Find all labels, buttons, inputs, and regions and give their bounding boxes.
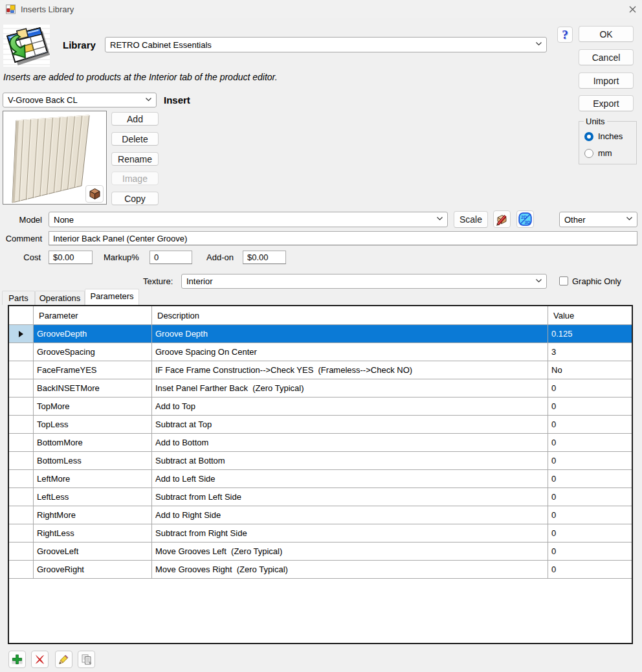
cell-parameter[interactable]: LeftMore (34, 470, 152, 488)
tab-parameters[interactable]: Parameters (85, 289, 139, 305)
cell-value[interactable]: 0 (548, 379, 632, 398)
copy-parameter-button[interactable] (78, 651, 95, 668)
cell-value[interactable]: 0 (548, 416, 632, 434)
table-row[interactable]: GrooveSpacingGroove Spacing On Center3 (9, 343, 632, 361)
table-row[interactable]: LeftMoreAdd to Left Side0 (9, 470, 632, 488)
row-header-cell[interactable] (9, 416, 34, 434)
cell-description[interactable]: Groove Spacing On Center (152, 343, 548, 361)
row-header-cell[interactable] (9, 434, 34, 452)
cell-parameter[interactable]: BottomLess (34, 452, 152, 470)
comment-input[interactable]: Interior Back Panel (Center Groove) (49, 231, 637, 245)
table-row[interactable]: BackINSETMoreInset Panel Farther Back (Z… (9, 379, 632, 398)
cell-value[interactable]: 0 (548, 488, 632, 506)
cell-parameter[interactable]: RightLess (34, 524, 152, 543)
graphic-only-checkbox[interactable] (559, 276, 568, 286)
row-header-cell[interactable] (9, 524, 34, 543)
cell-description[interactable]: Add to Right Side (152, 506, 548, 524)
add-parameter-button[interactable] (8, 651, 26, 668)
copy-button[interactable]: Copy (111, 192, 159, 205)
library-combobox[interactable]: RETRO Cabinet Essentials (105, 37, 547, 52)
texture-combobox[interactable]: Interior (181, 274, 547, 289)
cell-parameter[interactable]: TopMore (34, 398, 152, 416)
table-row[interactable]: TopLessSubtract at Top0 (9, 416, 632, 434)
edit-parameter-button[interactable] (55, 651, 72, 668)
row-header-cell[interactable] (9, 343, 34, 361)
column-header-value[interactable]: Value (548, 306, 632, 325)
table-row[interactable]: LeftLessSubtract from Left Side0 (9, 488, 632, 506)
image-button[interactable]: Image (111, 172, 159, 185)
category-combobox[interactable]: Other (559, 212, 637, 227)
model-combobox[interactable]: None (49, 212, 448, 227)
table-row[interactable]: BottomMoreAdd to Bottom0 (9, 434, 632, 452)
row-header-cell[interactable] (9, 452, 34, 470)
close-button[interactable] (625, 2, 640, 16)
units-inches-radio[interactable]: Inches (584, 131, 623, 141)
cell-value[interactable]: 0 (548, 452, 632, 470)
cell-parameter[interactable]: GrooveDepth (34, 325, 152, 343)
table-row[interactable]: RightMoreAdd to Right Side0 (9, 506, 632, 524)
model-edit-button[interactable] (493, 210, 511, 228)
cell-description[interactable]: Subtract at Bottom (152, 452, 548, 470)
view-2d3d-toggle-button[interactable]: 2D 3D (516, 210, 534, 228)
cell-description[interactable]: Groove Depth (152, 325, 548, 343)
cell-description[interactable]: Subtract from Right Side (152, 524, 548, 543)
row-header-cell[interactable] (9, 470, 34, 488)
table-row[interactable]: BottomLessSubtract at Bottom0 (9, 452, 632, 470)
cell-value[interactable]: 0 (548, 470, 632, 488)
cell-parameter[interactable]: LeftLess (34, 488, 152, 506)
export-button[interactable]: Export (579, 95, 634, 111)
column-header-description[interactable]: Description (152, 306, 548, 325)
cell-value[interactable]: 0.125 (548, 325, 632, 343)
table-row[interactable]: FaceFrameYESIF Face Frame Construction--… (9, 361, 632, 379)
cell-value[interactable]: 0 (548, 543, 632, 561)
delete-parameter-button[interactable] (31, 651, 49, 668)
cell-value[interactable]: 0 (548, 506, 632, 524)
scale-button[interactable]: Scale (454, 211, 488, 228)
row-header-cell[interactable] (9, 543, 34, 561)
units-mm-radio[interactable]: mm (584, 148, 612, 158)
cell-description[interactable]: Add to Bottom (152, 434, 548, 452)
delete-button[interactable]: Delete (111, 132, 159, 146)
cell-parameter[interactable]: GrooveRight (34, 561, 152, 579)
table-row[interactable]: TopMoreAdd to Top0 (9, 398, 632, 416)
cell-parameter[interactable]: BackINSETMore (34, 379, 152, 398)
cell-value[interactable]: 0 (548, 398, 632, 416)
cell-value[interactable]: No (548, 361, 632, 379)
cell-description[interactable]: Move Grooves Left (Zero Typical) (152, 543, 548, 561)
table-row[interactable]: GrooveLeftMove Grooves Left (Zero Typica… (9, 543, 632, 561)
cell-parameter[interactable]: FaceFrameYES (34, 361, 152, 379)
cost-input[interactable]: $0.00 (49, 251, 93, 264)
cancel-button[interactable]: Cancel (579, 49, 634, 65)
cell-parameter[interactable]: BottomMore (34, 434, 152, 452)
view-3d-cube-button[interactable] (85, 185, 104, 203)
row-header-cell[interactable] (9, 506, 34, 524)
column-header-parameter[interactable]: Parameter (34, 306, 152, 325)
row-header-cell[interactable] (9, 561, 34, 579)
rename-button[interactable]: Rename (111, 152, 159, 166)
row-header-cell[interactable] (9, 325, 34, 343)
cell-value[interactable]: 0 (548, 434, 632, 452)
cell-value[interactable]: 0 (548, 561, 632, 579)
addon-input[interactable]: $0.00 (243, 251, 286, 264)
row-header-cell[interactable] (9, 488, 34, 506)
cell-parameter[interactable]: GrooveSpacing (34, 343, 152, 361)
cell-description[interactable]: IF Face Frame Construction-->Check YES (… (152, 361, 548, 379)
row-header-cell[interactable] (9, 361, 34, 379)
add-button[interactable]: Add (111, 112, 159, 126)
tab-operations[interactable]: Operations (35, 291, 85, 305)
cell-value[interactable]: 3 (548, 343, 632, 361)
help-button[interactable]: ? (557, 27, 573, 43)
cell-description[interactable]: Inset Panel Farther Back (Zero Typical) (152, 379, 548, 398)
cell-value[interactable]: 0 (548, 524, 632, 543)
table-row[interactable]: GrooveDepthGroove Depth0.125 (9, 325, 632, 343)
table-row[interactable]: RightLessSubtract from Right Side0 (9, 524, 632, 543)
row-header-cell[interactable] (9, 398, 34, 416)
table-row[interactable]: GrooveRightMove Grooves Right (Zero Typi… (9, 561, 632, 579)
cell-description[interactable]: Subtract from Left Side (152, 488, 548, 506)
cell-parameter[interactable]: TopLess (34, 416, 152, 434)
import-button[interactable]: Import (579, 73, 634, 89)
cell-description[interactable]: Move Grooves Right (Zero Typical) (152, 561, 548, 579)
markup-input[interactable]: 0 (149, 251, 192, 264)
cell-description[interactable]: Subtract at Top (152, 416, 548, 434)
cell-parameter[interactable]: GrooveLeft (34, 543, 152, 561)
